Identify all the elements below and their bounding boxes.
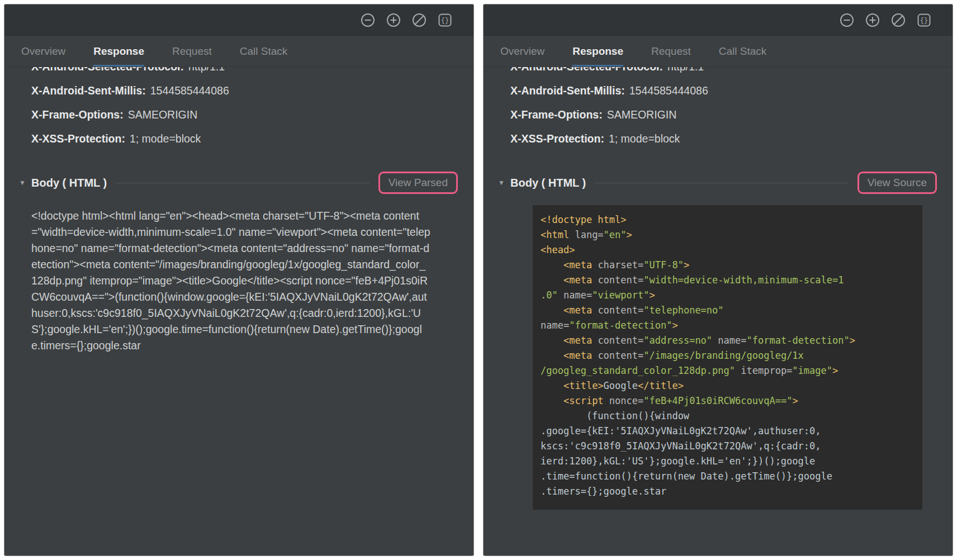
code-line: .time=function(){return(new Date).getTim… [541, 469, 918, 484]
body-section-title: Body ( HTML ) [510, 177, 586, 189]
source-code-view: <!doctype html><html lang="en"><head> <m… [533, 205, 922, 510]
code-line: <meta content="width=device-width,minimu… [541, 273, 918, 288]
tab-response[interactable]: Response [93, 36, 144, 67]
toolbar: {} [4, 4, 473, 36]
tab-call-stack[interactable]: Call Stack [719, 36, 767, 67]
tabbar: Overview Response Request Call Stack [484, 36, 953, 67]
header-name: X-Android-Sent-Millis [31, 84, 142, 97]
code-line: <meta charset="UTF-8"> [541, 258, 918, 273]
parsed-body-text: <!doctype html><html lang="en"><head><me… [31, 208, 430, 354]
header-name: X-XSS-Protection [31, 132, 121, 145]
header-value: 1544585444086 [629, 84, 708, 97]
header-value: 1; mode=block [130, 132, 201, 145]
code-line: .0" name="viewport"> [541, 288, 918, 303]
view-parsed-button[interactable]: View Parsed [378, 172, 458, 194]
svg-text:{}: {} [920, 16, 928, 24]
collapse-arrow-icon[interactable]: ▼ [19, 179, 31, 187]
code-line: <!doctype html> [541, 212, 918, 227]
header-separator: : [660, 67, 664, 73]
header-value: SAMEORIGIN [128, 108, 198, 121]
header-row: X-Android-Sent-Millis:1544585444086 [510, 79, 937, 103]
code-line: kscs:'c9c918f0_5IAQXJyVNaiL0gK2t72QAw',q… [541, 439, 918, 454]
response-content: X-Android-Selected-Protocol:http/1.1 X-A… [4, 67, 473, 556]
network-inspector-panel-source: {} Overview Response Request Call Stack … [483, 4, 953, 556]
header-name: X-Android-Selected-Protocol [31, 67, 181, 73]
header-name: X-Android-Selected-Protocol [510, 67, 660, 73]
header-row: X-Android-Sent-Millis:1544585444086 [31, 79, 458, 103]
fit-to-window-icon[interactable]: {} [916, 12, 932, 29]
header-value: 1544585444086 [150, 84, 229, 97]
tab-response[interactable]: Response [572, 36, 623, 67]
code-line: name="format-detection"> [541, 318, 918, 333]
divider [595, 183, 849, 183]
tab-call-stack[interactable]: Call Stack [240, 36, 288, 67]
body-section-title: Body ( HTML ) [31, 177, 107, 189]
header-row: X-Android-Selected-Protocol:http/1.1 [510, 67, 937, 79]
fit-to-window-icon[interactable]: {} [437, 12, 453, 29]
response-content: X-Android-Selected-Protocol:http/1.1 X-A… [484, 67, 953, 556]
header-value: SAMEORIGIN [607, 108, 677, 121]
zoom-in-icon[interactable] [864, 12, 881, 29]
header-row: X-Frame-Options:SAMEORIGIN [510, 103, 937, 127]
code-line: (function(){window [541, 409, 918, 424]
header-row: X-XSS-Protection:1; mode=block [510, 127, 937, 151]
tab-overview[interactable]: Overview [21, 36, 65, 67]
code-line: <meta content="/images/branding/googleg/… [541, 348, 918, 363]
divider [116, 183, 369, 183]
header-name: X-XSS-Protection [510, 132, 600, 145]
header-value: 1; mode=block [609, 132, 680, 145]
tab-request[interactable]: Request [172, 36, 212, 67]
code-line: .timers={};google.star [541, 484, 918, 499]
zoom-in-icon[interactable] [385, 12, 402, 29]
header-name: X-Frame-Options [510, 108, 599, 121]
header-value: http/1.1 [188, 67, 225, 73]
code-line: ierd:1200},kGL:'US'};google.kHL='en';})(… [541, 454, 918, 469]
code-line: <meta content="address=no" name="format-… [541, 333, 918, 348]
zoom-out-icon[interactable] [838, 12, 855, 29]
header-separator: : [621, 84, 625, 97]
code-line: <title>Google</title> [541, 378, 918, 393]
code-line: .google={kEI:'5IAQXJyVNaiL0gK2t72QAw',au… [541, 424, 918, 439]
code-line: <meta content="telephone=no" [541, 303, 918, 318]
header-row: X-XSS-Protection:1; mode=block [31, 127, 458, 151]
header-separator: : [142, 84, 146, 97]
code-line: <html lang="en"> [541, 227, 918, 243]
reset-zoom-icon[interactable] [890, 12, 907, 29]
code-line: <script nonce="feB+4Pj01s0iRCW6couvqA=="… [541, 393, 918, 409]
collapse-arrow-icon[interactable]: ▼ [498, 179, 510, 187]
header-separator: : [600, 132, 604, 145]
header-row: X-Android-Selected-Protocol:http/1.1 [31, 67, 458, 79]
tab-overview[interactable]: Overview [500, 36, 544, 67]
tabbar: Overview Response Request Call Stack [4, 36, 473, 67]
code-line: /googleg_standard_color_128dp.png" itemp… [541, 363, 918, 378]
tab-request[interactable]: Request [651, 36, 691, 67]
zoom-out-icon[interactable] [359, 12, 376, 29]
header-name: X-Frame-Options [31, 108, 120, 121]
header-separator: : [599, 108, 603, 121]
reset-zoom-icon[interactable] [411, 12, 428, 29]
body-section-header: ▼ Body ( HTML ) View Parsed [31, 170, 458, 196]
header-row: X-Frame-Options:SAMEORIGIN [31, 103, 458, 127]
header-value: http/1.1 [667, 67, 704, 73]
code-line: <head> [541, 243, 918, 258]
view-source-button[interactable]: View Source [857, 172, 937, 194]
header-separator: : [121, 132, 125, 145]
toolbar: {} [484, 4, 953, 36]
header-separator: : [181, 67, 184, 73]
screenshot-stage: {} Overview Response Request Call Stack … [0, 0, 957, 560]
header-name: X-Android-Sent-Millis [510, 84, 621, 97]
svg-text:{}: {} [441, 16, 449, 24]
network-inspector-panel-parsed: {} Overview Response Request Call Stack … [4, 4, 474, 556]
header-separator: : [120, 108, 124, 121]
body-section-header: ▼ Body ( HTML ) View Source [510, 170, 937, 196]
